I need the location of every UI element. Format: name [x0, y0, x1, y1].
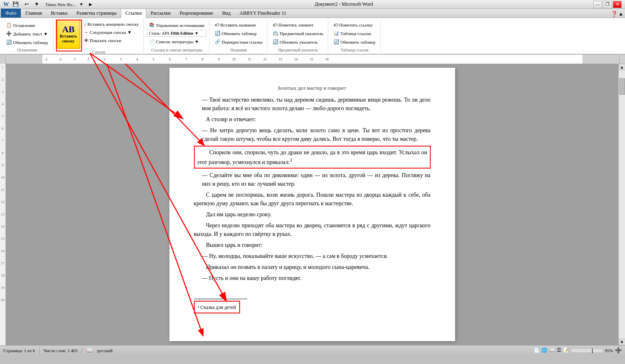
- view-read[interactable]: 📖: [549, 347, 555, 353]
- view-normal[interactable]: 📄: [534, 347, 540, 353]
- fifth-edition-label: Fifth Edition: [171, 31, 193, 36]
- btn-update-index[interactable]: 🔄 Обновить указатель: [271, 38, 325, 46]
- title-customize[interactable]: ▶: [87, 1, 94, 7]
- left-marker-15: 15: [1, 237, 4, 241]
- left-marker-11: 11: [1, 188, 4, 192]
- view-web[interactable]: 🌐: [541, 347, 547, 353]
- btn-next-footnote[interactable]: → Следующая сноска ▼: [82, 29, 141, 36]
- mark-cite-icon: 🏷: [334, 22, 338, 27]
- btn-citation-table[interactable]: 📊 Таблица ссылок: [331, 29, 378, 37]
- update-cite-label: Обновить таблицу: [340, 40, 376, 44]
- btn-add-text[interactable]: ➕ Добавить текст ▼: [4, 30, 51, 38]
- btn-insert-index[interactable]: 📇 Предметный указатель: [271, 29, 325, 37]
- tab-mailings[interactable]: Рассылки: [146, 9, 175, 18]
- title-font: Times New Ro...: [45, 2, 76, 7]
- tab-layout[interactable]: Разметка страницы: [72, 9, 121, 18]
- btn-show-footnotes[interactable]: 👁 Показать сноски: [82, 37, 141, 44]
- scroll-track[interactable]: [619, 70, 625, 339]
- mark-cite-label: Пометить ссылку: [339, 22, 373, 27]
- window-title: Документ2 - Microsoft Word: [94, 1, 593, 7]
- scroll-up-btn[interactable]: ▲: [619, 64, 625, 70]
- left-marker-2: 2: [2, 78, 4, 82]
- tab-abbyy[interactable]: ABBYY FineReader 11: [235, 9, 291, 18]
- btn-update-table[interactable]: 🔄 Обновить таблицу: [213, 29, 259, 37]
- zoom-thumb[interactable]: [592, 348, 593, 353]
- para-3: — Не хитро дорогую вещь сделать, коли зо…: [194, 126, 431, 143]
- para-8: Через неделю приходят оба мастера во дво…: [194, 221, 431, 238]
- update-idx-icon: 🔄: [273, 39, 278, 44]
- view-draft[interactable]: 📝: [563, 347, 569, 353]
- btn-insert-footnote-label: Вставитьсноску: [60, 34, 77, 44]
- btn-update-toc[interactable]: 🔄 Обновить таблицу: [4, 38, 51, 46]
- style-dropdown-arrow: ▼: [195, 31, 199, 36]
- title-expand[interactable]: ▼: [77, 1, 85, 7]
- tab-insert[interactable]: Вставка: [47, 9, 72, 18]
- svg-text:7: 7: [185, 58, 187, 61]
- svg-text:1: 1: [87, 58, 89, 61]
- document-area[interactable]: Золотых дел мастер и говорит: — Твоё мас…: [6, 64, 618, 345]
- highlighted-para: Спорили они, спорили, чуть до драки не д…: [194, 146, 431, 169]
- btn-toc[interactable]: 📋 Оглавление: [4, 21, 51, 29]
- tab-view[interactable]: Вид: [218, 9, 235, 18]
- tab-review[interactable]: Рецензирование: [175, 9, 218, 18]
- close-btn[interactable]: ✕: [613, 1, 622, 8]
- captions-content: 🏷 Вставить название 🔄 Обновить таблицу 🔗…: [213, 20, 265, 47]
- zoom-area: 📄 🌐 📖 ☰ 📝 95% ➕: [534, 347, 622, 354]
- ruler-marks: -3 -2 -1 1 2 3 4 5 6 7 8 9 10 11 12 13 1…: [6, 55, 619, 64]
- btn-insert-caption[interactable]: 🏷 Вставить название: [213, 21, 258, 29]
- page-info: Страница: 1 из 6: [3, 348, 35, 353]
- tab-home[interactable]: Главная: [21, 9, 46, 18]
- ruler: -3 -2 -1 1 2 3 4 5 6 7 8 9 10 11 12 13 1…: [0, 55, 625, 64]
- scroll-down-btn[interactable]: ▼: [619, 339, 625, 345]
- zoom-slider[interactable]: [571, 348, 603, 353]
- sources-icon: 📚: [149, 22, 155, 28]
- left-marker-18: 18: [1, 273, 4, 277]
- footnote-small-btns: ↓ Вставить концевую сноску → Следующая с…: [82, 20, 141, 44]
- index-content: 🏷 Пометить элемент 📇 Предметный указател…: [271, 20, 325, 47]
- btn-cross-ref[interactable]: 🔗 Перекрестная ссылка: [213, 38, 265, 46]
- left-marker-20: 20: [1, 298, 4, 302]
- quick-save[interactable]: 💾: [11, 0, 21, 8]
- help-icon[interactable]: ❓: [611, 11, 618, 18]
- para-10: — Ну, молодцы, показывайте ваше искусств…: [194, 252, 431, 260]
- show-fn-label: Показать сноски: [90, 38, 122, 43]
- page-top-text: Золотых дел мастер и говорит:: [194, 84, 431, 92]
- cross-ref-icon: 🔗: [215, 39, 220, 44]
- update-toc-label: Обновить таблицу: [13, 40, 49, 45]
- tab-file[interactable]: Файл: [1, 9, 21, 18]
- para-6: С царем не поспоришь, коли жизнь дорога.…: [194, 191, 431, 208]
- endnote-icon: ↓: [84, 22, 87, 27]
- zoom-in-btn[interactable]: ➕: [615, 347, 622, 354]
- left-marker-12: 12: [1, 200, 4, 204]
- left-marker-1: 1: [2, 65, 4, 69]
- btn-update-cite[interactable]: 🔄 Обновить таблицу: [331, 38, 378, 46]
- btn-bibliography[interactable]: 📄 Список литературы ▼: [147, 38, 207, 45]
- ruler-left-side: [0, 55, 6, 64]
- left-marker-6: 6: [2, 127, 4, 131]
- btn-mark-citation[interactable]: 🏷 Пометить ссылку: [331, 21, 378, 29]
- btn-insert-endnote[interactable]: ↓ Вставить концевую сноску: [82, 20, 141, 28]
- btn-manage-sources[interactable]: 📚 Управление источниками: [147, 21, 207, 29]
- restore-btn[interactable]: ❐: [603, 1, 612, 8]
- svg-text:15: 15: [310, 58, 313, 61]
- view-outline[interactable]: ☰: [557, 347, 561, 353]
- para-2: А столяр и отвечает:: [194, 115, 431, 124]
- btn-insert-footnote[interactable]: AB Вставитьсноску: [57, 20, 80, 49]
- index-icon: 📇: [273, 31, 278, 36]
- ribbon-collapse[interactable]: ▲: [618, 11, 623, 17]
- tab-references[interactable]: Ссылки: [121, 9, 146, 18]
- zoom-level: 95%: [605, 348, 613, 353]
- para-4: Спорили они, спорили, чуть до драки не д…: [197, 148, 427, 166]
- minimize-btn[interactable]: —: [593, 1, 602, 8]
- scroll-thumb[interactable]: [619, 78, 625, 95]
- btn-mark-entry[interactable]: 🏷 Пометить элемент: [271, 21, 325, 29]
- style-dropdown[interactable]: Стиль: APA Fifth Edition ▼: [147, 30, 207, 37]
- spell-icon[interactable]: 📖: [86, 347, 93, 354]
- quick-dropdown[interactable]: ▼: [32, 0, 41, 8]
- svg-text:3: 3: [120, 58, 122, 61]
- bib-icon: 📄: [149, 39, 155, 44]
- quick-undo[interactable]: ↩: [22, 0, 31, 8]
- para-9: Вышел царь и говорит:: [194, 241, 431, 249]
- status-sep-1: [39, 347, 40, 354]
- left-marker-14: 14: [1, 224, 4, 229]
